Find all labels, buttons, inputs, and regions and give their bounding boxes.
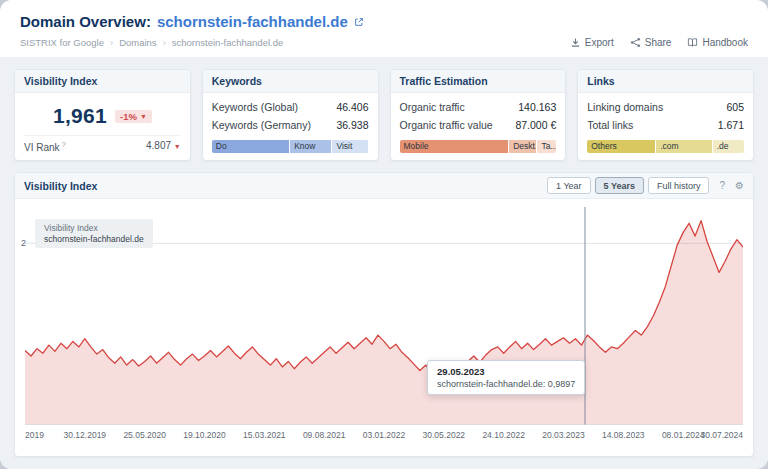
keywords-card-title: Keywords: [203, 70, 378, 93]
arrow-down-icon: ▼: [140, 113, 147, 120]
x-axis-label: 15.03.2021: [243, 430, 286, 440]
x-axis-label: 30.05.2022: [423, 430, 466, 440]
bar-segment-know: Know: [290, 140, 332, 153]
change-value: -1%: [120, 111, 137, 122]
app-window: Domain Overview: schornstein-fachhandel.…: [0, 0, 768, 469]
tooltip-date: 29.05.2023: [437, 366, 575, 377]
handbook-label: Handbook: [702, 37, 748, 48]
share-label: Share: [645, 37, 672, 48]
bar-segment-mobile: Mobile: [400, 140, 510, 153]
x-axis-label: 08.01.2024: [662, 430, 705, 440]
visibility-index-card: Visibility Index 1,961 -1% ▼ VI Rank? 4.…: [14, 69, 191, 161]
keywords-intent-bar: Do Know Visit: [212, 140, 369, 153]
share-icon: [630, 37, 641, 48]
x-axis-label: 30.07.2024: [700, 430, 743, 440]
x-axis-label: 19.10.2020: [183, 430, 226, 440]
total-links-row: Total links1.671: [587, 116, 744, 134]
visibility-chart-card: Visibility Index 1 Year 5 Years Full his…: [14, 172, 754, 457]
visibility-card-title: Visibility Index: [15, 70, 190, 93]
vi-rank-label: VI Rank?: [24, 140, 66, 153]
header-actions: Export Share Handbook: [570, 37, 748, 48]
legend-title: Visibility Index: [44, 223, 144, 233]
page-header: Domain Overview: schornstein-fachhandel.…: [0, 0, 768, 57]
visibility-index-value: 1,961: [53, 104, 107, 128]
handbook-button[interactable]: Handbook: [687, 37, 748, 48]
kpi-cards: Visibility Index 1,961 -1% ▼ VI Rank? 4.…: [14, 69, 754, 161]
change-badge: -1% ▼: [115, 110, 152, 123]
chart-legend: Visibility Index schornstein-fachhandel.…: [35, 219, 153, 248]
x-axis-label: 30.12.2019: [64, 430, 107, 440]
links-tld-bar: Others .com .de: [587, 140, 744, 153]
x-axis-label: 14.08.2023: [602, 430, 645, 440]
bar-segment-do: Do: [212, 140, 290, 153]
keywords-germany-row: Keywords (Germany)36.938: [212, 116, 369, 134]
keywords-card: Keywords Keywords (Global)46.406 Keyword…: [202, 69, 379, 161]
range-5-years-button[interactable]: 5 Years: [595, 177, 644, 194]
vi-rank-value: 4.807 ▼: [146, 140, 181, 153]
legend-domain: schornstein-fachhandel.de: [44, 234, 144, 244]
bar-segment-visit: Visit: [332, 140, 368, 153]
export-label: Export: [585, 37, 614, 48]
organic-traffic-row: Organic traffic140.163: [400, 98, 557, 116]
chart-help-icon[interactable]: ?: [719, 180, 725, 191]
chart-range-buttons: 1 Year 5 Years Full history ? ⚙: [547, 177, 744, 194]
traffic-device-bar: Mobile Deskt... Ta...: [400, 140, 557, 153]
bar-segment-desktop: Deskt...: [509, 140, 537, 153]
x-axis-label: 2019: [25, 430, 44, 440]
traffic-card-title: Traffic Estimation: [391, 70, 566, 93]
x-axis-label: 24.10.2022: [482, 430, 525, 440]
organic-traffic-value-row: Organic traffic value87.000 €: [400, 116, 557, 134]
share-button[interactable]: Share: [630, 37, 672, 48]
bar-segment-de: .de: [713, 140, 744, 153]
breadcrumb-item-sistrix[interactable]: SISTRIX for Google: [20, 37, 104, 48]
visibility-chart[interactable]: 2 Visibility Index schornstein-fachhande…: [25, 207, 743, 425]
x-axis-labels: 201930.12.201925.05.202019.10.202015.03.…: [25, 430, 743, 445]
x-axis-label: 09.08.2021: [303, 430, 346, 440]
links-card-title: Links: [578, 70, 753, 93]
breadcrumb: SISTRIX for Google › Domains › schornste…: [20, 37, 283, 48]
x-axis-label: 20.03.2023: [542, 430, 585, 440]
page-title: Domain Overview: schornstein-fachhandel.…: [20, 13, 364, 30]
range-1-year-button[interactable]: 1 Year: [547, 177, 591, 194]
traffic-estimation-card: Traffic Estimation Organic traffic140.16…: [390, 69, 567, 161]
chart-tooltip: 29.05.2023 schornstein-fachhandel.de: 0,…: [427, 360, 585, 395]
book-icon: [687, 37, 698, 48]
arrow-down-icon: ▼: [174, 143, 181, 150]
breadcrumb-separator: ›: [110, 37, 113, 48]
gear-icon[interactable]: ⚙: [735, 180, 744, 191]
download-icon: [570, 37, 581, 48]
breadcrumb-item-domains[interactable]: Domains: [119, 37, 157, 48]
breadcrumb-item-current[interactable]: schornstein-fachhandel.de: [172, 37, 283, 48]
vi-rank-row: VI Rank? 4.807 ▼: [24, 135, 181, 153]
linking-domains-row: Linking domains605: [587, 98, 744, 116]
page-title-prefix: Domain Overview:: [20, 13, 151, 30]
page-content: Visibility Index 1,961 -1% ▼ VI Rank? 4.…: [0, 57, 768, 469]
help-icon[interactable]: ?: [62, 140, 66, 149]
chart-title: Visibility Index: [24, 180, 97, 192]
links-card: Links Linking domains605 Total links1.67…: [577, 69, 754, 161]
y-axis-tick: 2: [21, 238, 26, 248]
domain-link[interactable]: schornstein-fachhandel.de: [157, 13, 348, 30]
external-link-icon[interactable]: [354, 17, 364, 27]
bar-segment-com: .com: [656, 140, 712, 153]
breadcrumb-separator: ›: [163, 37, 166, 48]
x-axis-label: 25.05.2020: [123, 430, 166, 440]
range-full-history-button[interactable]: Full history: [648, 177, 710, 194]
export-button[interactable]: Export: [570, 37, 614, 48]
bar-segment-others: Others: [587, 140, 656, 153]
tooltip-value: schornstein-fachhandel.de: 0,9897: [437, 379, 575, 389]
chart-header: Visibility Index 1 Year 5 Years Full his…: [15, 173, 753, 199]
x-axis-label: 03.01.2022: [363, 430, 406, 440]
bar-segment-tablet: Ta...: [537, 140, 556, 153]
keywords-global-row: Keywords (Global)46.406: [212, 98, 369, 116]
